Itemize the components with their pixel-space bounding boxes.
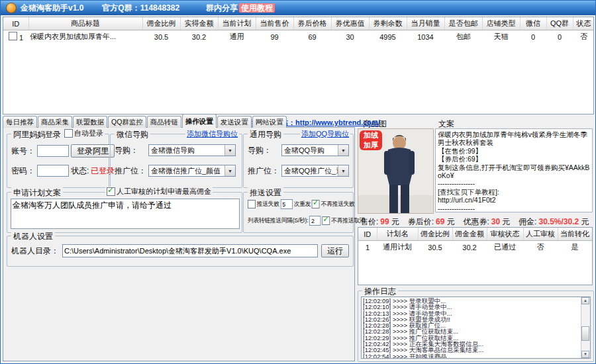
push-fail-checkbox[interactable] — [248, 200, 256, 208]
price-value: 69 — [436, 217, 444, 226]
ali-login-group: 阿里妈妈登录 自动登录 账号： 登录阿里 密码： 状态: 已登录 — [7, 134, 109, 188]
checkmark-icon: ✓ — [313, 199, 319, 206]
account-label: 账号： — [11, 146, 35, 157]
run-button[interactable]: 运行 — [321, 244, 349, 257]
tab-daily-recommend[interactable]: 每日推荐 — [3, 116, 37, 128]
manual-review-checkbox[interactable]: ✓ — [107, 187, 115, 196]
price-label: 券后价: — [408, 217, 434, 226]
column-header[interactable]: 状态 — [573, 17, 594, 30]
password-label: 密码： — [11, 165, 35, 177]
scroll-down-icon: ▼ — [583, 352, 587, 356]
selected-value: 金猪QQ推广位_通用 — [282, 166, 338, 176]
column-header[interactable]: 佣金金额 — [452, 228, 487, 241]
push-fail-label: 推送失败 — [257, 200, 279, 208]
tab-qq-group-monitor[interactable]: QQ群监控 — [108, 116, 146, 128]
checkmark-icon: ✓ — [323, 215, 328, 223]
tab-product-convert[interactable]: 商品转链 — [147, 116, 181, 128]
column-header[interactable]: 当前转化 — [558, 228, 592, 241]
column-header[interactable]: 当前计划 — [218, 17, 256, 30]
selected-value: 金猪QQ导购 — [282, 146, 324, 156]
password-input[interactable] — [37, 165, 69, 177]
column-header[interactable]: ID — [358, 228, 377, 241]
price-summary: 售价:99元 券后价:69元 优惠券:30元 佣金:30.5%/30.2元 — [360, 216, 589, 228]
column-header[interactable]: 微信 — [520, 17, 546, 30]
guide-label: 导购： — [115, 145, 146, 156]
cell-commission-ratio: 30.5 — [418, 241, 452, 254]
price-item: 售价:99元 — [360, 216, 399, 228]
group-title: 微信导购 — [115, 129, 150, 140]
app-icon — [6, 3, 17, 13]
operation-log-group: 操作日志 [12:02:09] >>>> 登录联盟中... [12:02:10]… — [358, 291, 594, 362]
account-input[interactable] — [37, 145, 69, 157]
status-label: 状态: — [71, 165, 89, 177]
no-cancel-checkbox[interactable]: ✓ — [322, 216, 330, 225]
scroll-up-icon: ▲ — [583, 298, 587, 302]
price-unit: 元 — [581, 217, 589, 226]
no-cancel-label: 不再推送取消 — [331, 216, 365, 225]
scroll-down-button[interactable]: ▼ — [581, 351, 589, 358]
cell-review-status: 已通过 — [487, 241, 523, 254]
column-header[interactable]: 计划名 — [377, 228, 418, 241]
selected-value: 金猪微信推广位_颜值 — [149, 166, 221, 176]
group-title: 通用导购 — [248, 129, 283, 140]
app-window: 金猪淘客助手v1.0 官方Q群：114848382 群内分享使用教程 ID 商品… — [0, 0, 596, 364]
column-header[interactable]: 是否包邮 — [444, 17, 482, 30]
table-row[interactable]: 1 通用计划 30.5 30.2 已通过 否 是 — [358, 241, 592, 254]
login-ali-button[interactable]: 登录阿里 — [71, 144, 115, 158]
operation-log: [12:02:09] >>>> 登录联盟中... [12:02:10] >>>>… — [361, 296, 591, 359]
plan-apply-textarea[interactable]: 金猪淘客万人团队成员推广申请，请给予通过 — [11, 199, 240, 229]
tab-union-data[interactable]: 联盟数据 — [73, 116, 107, 128]
group-title: 阿里妈妈登录 — [11, 129, 63, 140]
column-header[interactable]: 实得金额 — [180, 17, 218, 30]
price-item: 佣金:30.5%/30.2元 — [519, 216, 589, 228]
robot-dir-input[interactable] — [62, 244, 318, 257]
scroll-up-button[interactable]: ▲ — [581, 297, 589, 304]
column-header[interactable]: 券剩余数 — [369, 17, 407, 30]
auto-login-label: 自动登录 — [74, 128, 103, 138]
table-row[interactable]: 1 保暖内衣男加绒加厚青年... 30.5 30.2 通用 99 69 30 4… — [3, 30, 594, 44]
dropdown-arrow-icon: ▼ — [338, 165, 348, 176]
price-unit: 元 — [446, 217, 454, 226]
cell-plan-name: 通用计划 — [377, 241, 418, 254]
column-header[interactable]: QQ群 — [546, 17, 573, 30]
column-header[interactable]: ID — [3, 17, 28, 30]
column-header[interactable]: 当月销量 — [407, 17, 444, 30]
checkmark-icon: ✓ — [107, 186, 114, 194]
qq-slot-select[interactable]: 金猪QQ推广位_通用 ▼ — [281, 165, 349, 177]
plan-table: ID 计划名 佣金比例 佣金金额 审核状态 人工审核 当前转化 1 通用计划 3… — [358, 227, 593, 285]
wechat-slot-select[interactable]: 金猪微信推广位_颜值 ▼ — [148, 165, 236, 177]
dropdown-arrow-icon: ▼ — [224, 145, 235, 156]
column-header[interactable]: 审核状态 — [487, 228, 523, 241]
log-scrollbar[interactable]: ▲ ▼ — [581, 297, 590, 358]
column-header[interactable]: 商品标题 — [28, 17, 142, 30]
cell-wechat: 0 — [520, 30, 546, 44]
qq-guide-select[interactable]: 金猪QQ导购 ▼ — [281, 144, 349, 156]
retry-count-input[interactable] — [281, 199, 293, 209]
tab-send-settings[interactable]: 发送设置 — [217, 116, 252, 128]
tab-site-settings[interactable]: 网站设置 — [252, 116, 287, 128]
column-header[interactable]: 佣金比例 — [142, 17, 180, 30]
selected-value: 金猪微信导购 — [149, 146, 195, 156]
column-header[interactable]: 人工审核 — [523, 228, 558, 241]
tab-product-collect[interactable]: 商品采集 — [38, 116, 72, 128]
column-header[interactable]: 券优惠值 — [331, 17, 369, 30]
no-fail-label: 不再推送失败 — [321, 200, 355, 208]
interval-input[interactable] — [309, 216, 321, 226]
no-fail-checkbox[interactable]: ✓ — [312, 200, 320, 208]
add-wechat-slot-link[interactable]: 添加微信导购位 — [185, 129, 239, 139]
auto-login-checkbox[interactable] — [64, 129, 73, 138]
column-header[interactable]: 佣金比例 — [418, 228, 452, 241]
add-qq-slot-link[interactable]: 添加QQ导购位 — [300, 129, 350, 139]
scroll-thumb[interactable] — [581, 326, 589, 341]
row-checkbox[interactable] — [9, 32, 17, 40]
column-header[interactable]: 店铺类型 — [482, 17, 520, 30]
wechat-guide-select[interactable]: 金猪微信导购 ▼ — [148, 144, 236, 156]
copy-text-box[interactable]: 保暖内衣男加绒加厚青年纯棉v领紧身学生潮冬季男士秋衣秋裤套装 【在售价:99】 … — [435, 128, 593, 212]
cell-free-shipping: 包邮 — [444, 30, 482, 44]
app-title: 金猪淘客助手v1.0 — [21, 3, 83, 14]
column-header[interactable]: 当前售价 — [256, 17, 293, 30]
product-table: ID 商品标题 佣金比例 实得金额 当前计划 当前售价 券后价格 券优惠值 券剩… — [3, 17, 594, 114]
tab-operation-settings[interactable]: 操作设置 — [182, 114, 217, 128]
share-tutorial-label: 群内分享使用教程 — [206, 3, 275, 14]
column-header[interactable]: 券后价格 — [293, 17, 331, 30]
